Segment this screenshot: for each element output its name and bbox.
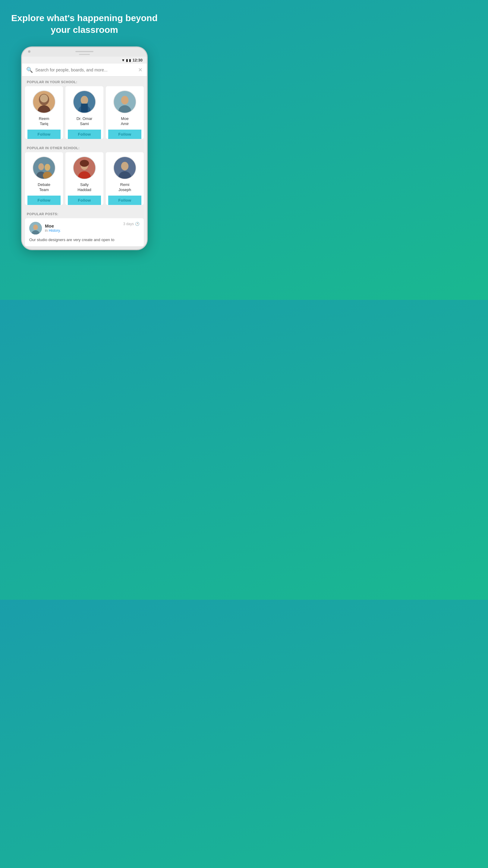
avatar-dr-omar-sami	[73, 90, 96, 113]
phone-top-bar	[22, 47, 147, 57]
person-card-reem-tariq: ReemTariq Follow	[25, 86, 63, 139]
post-header: Moe in History. 3 days 🕐	[29, 222, 140, 235]
person-name-remi-joseph: RemiJoseph	[118, 182, 131, 193]
svg-point-22	[121, 162, 129, 170]
avatar-sally-haddad	[73, 156, 96, 179]
clear-icon[interactable]: ✕	[138, 67, 143, 73]
person-name-sally-haddad: SallyHaddad	[78, 182, 91, 193]
phone-mockup: ▼ ▮ ▮ 12:30 🔍 ✕ POPULAR IN YOUR SCHOOL:	[21, 46, 148, 250]
search-icon: 🔍	[26, 67, 33, 73]
popular-other-cards: DebateTeam Follow SallyHaddad Foll	[22, 152, 147, 209]
follow-button-moe-amir[interactable]: Follow	[108, 130, 141, 139]
person-name-debate-team: DebateTeam	[38, 182, 50, 193]
search-bar: 🔍 ✕	[22, 64, 147, 76]
phone-bar	[75, 51, 93, 52]
person-name-moe-amir: MoeAmir	[121, 116, 129, 127]
popular-other-label: POPULAR IN OTHER SCHOOL:	[22, 143, 147, 152]
svg-point-10	[121, 96, 129, 104]
avatar-moe-amir	[113, 90, 136, 113]
svg-point-6	[81, 96, 88, 104]
post-meta: Moe in History.	[45, 223, 61, 233]
avatar-reem-tariq	[33, 90, 56, 113]
content-area: POPULAR IN YOUR SCHOOL: Re	[22, 76, 147, 246]
popular-posts-section: POPULAR POSTS: Moe	[22, 209, 147, 247]
person-card-remi-joseph: RemiJoseph Follow	[106, 152, 144, 205]
person-name-dr-omar-sami: Dr. OmarSami	[77, 116, 93, 127]
avatar-remi-joseph	[113, 156, 136, 179]
svg-point-4	[40, 94, 48, 102]
popular-posts-label: POPULAR POSTS:	[22, 209, 147, 218]
person-card-moe-amir: MoeAmir Follow	[106, 86, 144, 139]
post-card-moe: Moe in History. 3 days 🕐 Our studio desi…	[25, 218, 144, 247]
follow-button-reem-tariq[interactable]: Follow	[27, 130, 61, 139]
post-time: 3 days 🕐	[123, 222, 140, 226]
avatar-debate-team	[33, 156, 56, 179]
battery-icon: ▮	[129, 58, 131, 62]
signal-icon: ▮	[126, 58, 128, 62]
person-card-dr-omar-sami: Dr. OmarSami Follow	[65, 86, 103, 139]
phone-dot	[28, 50, 30, 53]
post-content: Our studio designers are very create and…	[29, 237, 140, 243]
clock-icon: 🕐	[135, 222, 140, 226]
popular-school-label: POPULAR IN YOUR SCHOOL:	[22, 76, 147, 86]
follow-button-dr-omar-sami[interactable]: Follow	[68, 130, 101, 139]
post-subject-link[interactable]: History.	[49, 228, 61, 233]
follow-button-debate-team[interactable]: Follow	[27, 195, 61, 205]
follow-button-sally-haddad[interactable]: Follow	[68, 195, 101, 205]
post-avatar-moe	[29, 222, 42, 235]
svg-point-25	[33, 224, 38, 230]
person-card-debate-team: DebateTeam Follow	[25, 152, 63, 205]
popular-school-section: POPULAR IN YOUR SCHOOL: Re	[22, 76, 147, 143]
post-time-text: 3 days	[123, 222, 134, 226]
svg-point-19	[80, 160, 89, 167]
page-headline: Explore what's happening beyond your cla…	[6, 12, 163, 36]
phone-bar-small	[79, 54, 90, 55]
post-user-info: Moe in History.	[29, 222, 61, 235]
follow-button-remi-joseph[interactable]: Follow	[108, 195, 141, 205]
status-time: 12:30	[133, 58, 143, 62]
wifi-icon: ▼	[121, 58, 125, 62]
search-input[interactable]	[35, 67, 135, 72]
post-subject: in History.	[45, 228, 61, 233]
person-name-reem-tariq: ReemTariq	[39, 116, 50, 127]
svg-point-13	[38, 163, 44, 170]
popular-other-section: POPULAR IN OTHER SCHOOL: DebateTeam	[22, 143, 147, 209]
svg-rect-8	[81, 104, 88, 112]
popular-school-cards: ReemTariq Follow Dr. OmarSami Foll	[22, 86, 147, 143]
svg-point-14	[44, 164, 50, 171]
person-card-sally-haddad: SallyHaddad Follow	[65, 152, 103, 205]
post-author-name: Moe	[45, 223, 61, 228]
status-bar: ▼ ▮ ▮ 12:30	[22, 57, 147, 64]
status-icons: ▼ ▮ ▮	[121, 58, 131, 62]
